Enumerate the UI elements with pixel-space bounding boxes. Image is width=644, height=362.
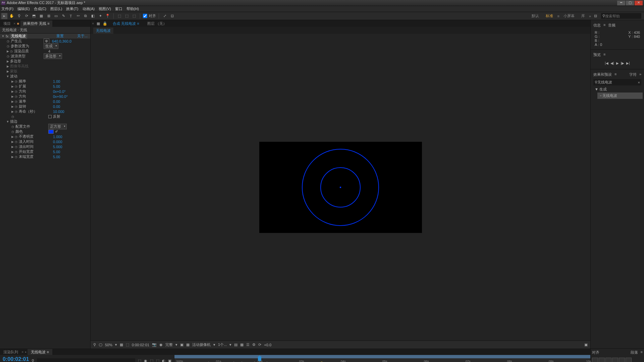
endwidth-value[interactable]: 5.00	[52, 155, 60, 159]
stopwatch-icon[interactable]: ◷	[9, 50, 13, 53]
timeline-tracks[interactable]: h00s 01s 02s 03s 04s 05s 06s 07s 08s 09s…	[174, 355, 590, 362]
expansion-value[interactable]: 5.00	[52, 84, 60, 88]
reset-workspace-icon[interactable]: ⊟	[592, 13, 598, 19]
stopwatch-icon[interactable]: ◷	[14, 145, 18, 148]
menu-help[interactable]: 帮助(H)	[126, 6, 139, 11]
stopwatch-icon[interactable]: ◷	[11, 130, 15, 133]
stopwatch-icon[interactable]: ◷	[14, 150, 18, 154]
audio-tab[interactable]: 音频	[608, 23, 615, 28]
frame-blend-icon[interactable]: ⬚	[156, 359, 159, 362]
next-frame-button[interactable]: |▶	[621, 61, 625, 65]
fadein-value[interactable]: 0.000	[52, 140, 62, 144]
transparency-icon[interactable]: ▦	[186, 343, 190, 347]
stopwatch-icon[interactable]: ◷	[14, 80, 18, 83]
camera-dropdown[interactable]: 活动摄像机	[192, 342, 211, 347]
help-search-input[interactable]	[605, 14, 635, 18]
quality-value[interactable]: 4	[47, 49, 50, 53]
stopwatch-icon[interactable]: ◷	[14, 155, 18, 159]
paragraph-tab[interactable]: 段落	[631, 350, 638, 355]
last-frame-button[interactable]: ▶|	[626, 61, 630, 65]
magnify-icon[interactable]: ⚲	[93, 343, 96, 347]
clear-search-icon[interactable]: ×	[638, 80, 640, 84]
layer-tab[interactable]: 图层 （无）	[145, 20, 169, 27]
brush-tool[interactable]: ✏	[75, 13, 81, 19]
align-right-button[interactable]	[605, 358, 611, 362]
timeline-icon[interactable]: ☰	[246, 343, 250, 347]
snapping-checkbox[interactable]	[143, 14, 147, 18]
zoom-tool[interactable]: ⚲	[16, 13, 22, 19]
producer-value[interactable]: 640.0,360.0	[51, 39, 71, 43]
twirl-icon[interactable]: ▼	[1, 35, 5, 38]
selection-tool[interactable]: ▸	[1, 13, 7, 19]
workspace-library[interactable]: 库	[579, 13, 588, 18]
eyedropper-icon[interactable]: ✐	[55, 129, 58, 134]
eraser-tool[interactable]: ◧	[90, 13, 96, 19]
comp-name-tab[interactable]: 无线电波	[93, 27, 113, 34]
fadeout-value[interactable]: 5.000	[52, 145, 62, 149]
first-frame-button[interactable]: |◀	[605, 61, 608, 65]
lifespan-value[interactable]: 10.000	[52, 110, 64, 114]
exposure-value[interactable]: +0.0	[264, 343, 271, 347]
render-queue-tab[interactable]: 渲染队列	[0, 349, 21, 355]
direction-value[interactable]: 0x+0.0°	[52, 89, 66, 94]
channel-icon[interactable]: ◉	[159, 343, 163, 347]
menu-edit[interactable]: 编辑(E)	[17, 6, 30, 11]
menu-window[interactable]: 窗口	[115, 6, 122, 11]
startwidth-value[interactable]: 5.00	[52, 150, 60, 154]
play-button[interactable]: ▶	[616, 61, 619, 65]
twirl-icon[interactable]: ▶	[11, 110, 14, 113]
align-tab[interactable]: 对齐	[592, 350, 599, 355]
twirl-icon[interactable]: ▶	[11, 85, 14, 88]
profile-dropdown[interactable]: 正方形	[48, 124, 67, 129]
character-tab[interactable]: 字符	[629, 72, 637, 77]
stopwatch-icon[interactable]: ◷	[14, 85, 18, 88]
twirl-icon[interactable]: ▼	[6, 75, 9, 78]
stopwatch-icon[interactable]: ◷	[14, 135, 18, 138]
twirl-icon[interactable]: ▶	[6, 50, 9, 53]
menu-view[interactable]: 视图(V)	[99, 6, 111, 11]
menu-composition[interactable]: 合成(C)	[34, 6, 46, 11]
display-icon[interactable]: 🖵	[99, 343, 102, 347]
wavetype-dropdown[interactable]: 多边形	[44, 53, 62, 59]
preview-tab[interactable]: 预览	[593, 52, 601, 57]
local-axis-icon[interactable]: ⬚	[116, 13, 122, 19]
pan-behind-tool[interactable]: ⊞	[46, 13, 52, 19]
reset-exposure-icon[interactable]: ⟳	[258, 343, 261, 347]
comp-mini-flowchart-icon[interactable]: ⬚	[138, 359, 141, 362]
pen-tool[interactable]: ✎	[60, 13, 66, 19]
flowchart-nav-icon[interactable]: ⚙	[252, 343, 256, 347]
project-tab[interactable]: 项目	[1, 20, 13, 27]
about-link[interactable]: 关于...	[77, 34, 90, 39]
stopwatch-icon[interactable]: ◷	[11, 115, 15, 118]
prev-frame-button[interactable]: ◀|	[610, 61, 614, 65]
twirl-icon[interactable]: ▶	[11, 80, 14, 83]
twirl-icon[interactable]: ▶	[11, 100, 14, 103]
timeline-search-input[interactable]	[37, 358, 135, 362]
minimize-button[interactable]: ━	[617, 1, 625, 5]
type-tool[interactable]: T	[68, 13, 74, 19]
twirl-icon[interactable]: ▶	[11, 145, 14, 148]
crosshair-icon[interactable]: ⊕	[44, 39, 49, 44]
twirl-icon[interactable]: ▶	[6, 60, 9, 63]
menu-effect[interactable]: 效果(T)	[66, 6, 78, 11]
reflection-checkbox[interactable]	[48, 115, 52, 118]
draft-3d-icon[interactable]: ◉	[144, 359, 147, 362]
current-timecode[interactable]: 0:00:02:01	[3, 356, 29, 362]
roi-icon[interactable]: ▣	[180, 343, 183, 347]
twirl-icon[interactable]: ▶	[11, 105, 14, 108]
tree-radio-waves[interactable]: ▫ 无线电波	[597, 93, 643, 99]
param-dropdown[interactable]: 生成	[44, 43, 58, 49]
zoom-value[interactable]: 50%	[105, 343, 112, 347]
stopwatch-icon[interactable]: ◷	[14, 140, 18, 143]
resolution-dropdown[interactable]: 完整	[165, 342, 173, 347]
effects-presets-tab[interactable]: 效果和预设	[593, 72, 612, 77]
align-hcenter-button[interactable]	[599, 358, 605, 362]
twirl-icon[interactable]: ▼	[6, 120, 9, 123]
tree-generate[interactable]: ▼ 生成	[592, 86, 643, 93]
fast-preview-icon[interactable]: ▦	[240, 343, 244, 347]
stopwatch-icon[interactable]: ◷	[14, 105, 18, 108]
preset-search-input[interactable]: 无线电波	[597, 80, 612, 85]
opacity-value[interactable]: 1.000	[52, 135, 62, 139]
info-tab[interactable]: 信息	[593, 23, 601, 28]
stopwatch-icon[interactable]: ◷	[14, 95, 18, 98]
